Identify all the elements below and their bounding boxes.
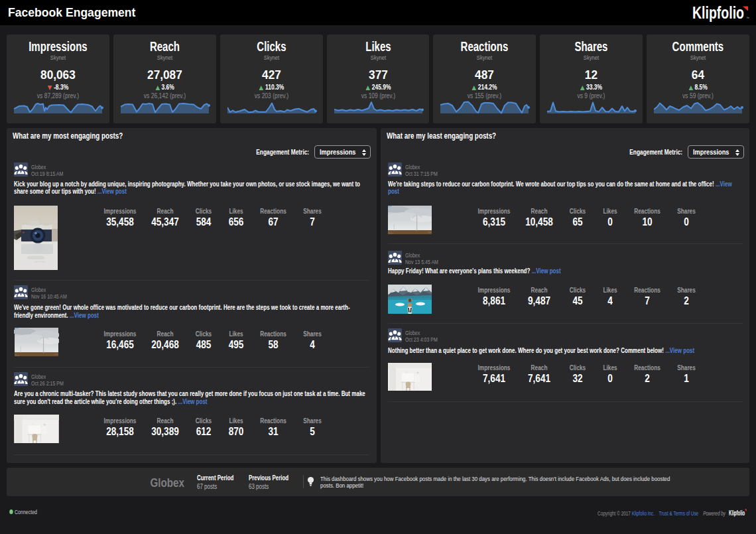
- svg-text:Klipfolio: Klipfolio: [729, 509, 745, 517]
- svg-text:Klipfolio: Klipfolio: [692, 3, 744, 23]
- svg-text:™: ™: [746, 16, 749, 20]
